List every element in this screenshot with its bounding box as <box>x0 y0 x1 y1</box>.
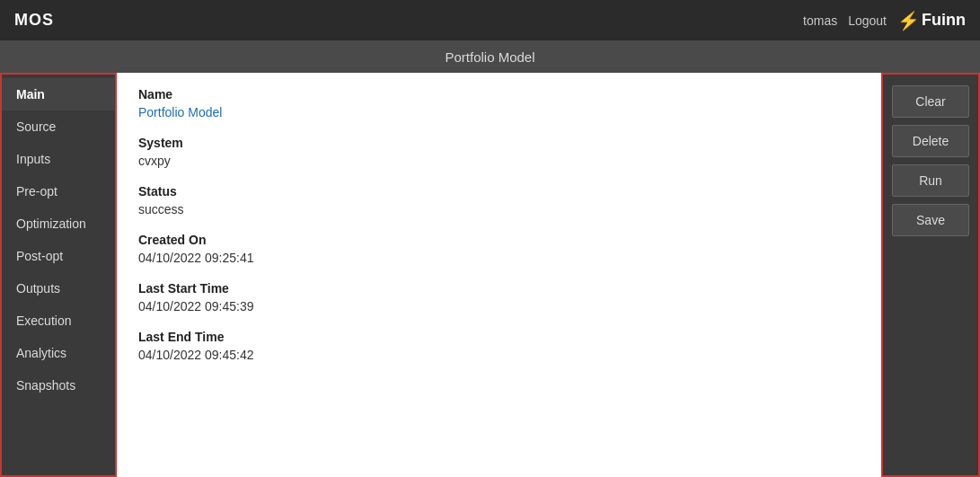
sidebar: Main Source Inputs Pre-opt Optimization … <box>0 73 117 477</box>
main-content: Main Source Inputs Pre-opt Optimization … <box>0 73 980 477</box>
save-button[interactable]: Save <box>892 204 969 236</box>
field-status-value: success <box>138 202 860 216</box>
field-system-label: System <box>138 136 860 150</box>
field-system: System cvxpy <box>138 136 860 168</box>
page-title-bar: Portfolio Model <box>0 40 980 73</box>
sidebar-item-pre-opt[interactable]: Pre-opt <box>2 175 115 208</box>
sidebar-item-source[interactable]: Source <box>2 110 115 143</box>
sidebar-item-analytics[interactable]: Analytics <box>2 337 115 369</box>
sidebar-item-inputs[interactable]: Inputs <box>2 143 115 175</box>
sidebar-item-optimization[interactable]: Optimization <box>2 208 115 240</box>
page-title: Portfolio Model <box>445 49 534 65</box>
field-last-start-time-value: 04/10/2022 09:45:39 <box>138 299 860 314</box>
clear-button[interactable]: Clear <box>892 85 969 118</box>
field-created-on-label: Created On <box>138 233 860 247</box>
logout-button[interactable]: Logout <box>848 13 887 28</box>
field-system-value: cvxpy <box>138 154 860 168</box>
sidebar-item-execution[interactable]: Execution <box>2 305 115 337</box>
sidebar-item-main[interactable]: Main <box>2 78 115 110</box>
field-last-end-time-label: Last End Time <box>138 330 860 344</box>
field-last-end-time: Last End Time 04/10/2022 09:45:42 <box>138 330 860 362</box>
navbar-right: tomas Logout ⚡ Fuinn <box>803 10 966 31</box>
delete-button[interactable]: Delete <box>892 125 969 157</box>
field-last-start-time: Last Start Time 04/10/2022 09:45:39 <box>138 281 860 314</box>
field-status-label: Status <box>138 184 860 199</box>
field-name: Name Portfolio Model <box>138 87 860 119</box>
field-last-end-time-value: 04/10/2022 09:45:42 <box>138 348 860 362</box>
sidebar-item-snapshots[interactable]: Snapshots <box>2 369 115 402</box>
action-panel: Clear Delete Run Save <box>881 73 980 477</box>
sidebar-item-post-opt[interactable]: Post-opt <box>2 240 115 272</box>
logo-text: Fuinn <box>922 11 966 30</box>
field-name-value: Portfolio Model <box>138 105 860 119</box>
field-created-on: Created On 04/10/2022 09:25:41 <box>138 233 860 265</box>
field-status: Status success <box>138 184 860 216</box>
field-last-start-time-label: Last Start Time <box>138 281 860 296</box>
brand-logo: ⚡ Fuinn <box>897 10 966 31</box>
sidebar-item-outputs[interactable]: Outputs <box>2 272 115 305</box>
run-button[interactable]: Run <box>892 164 969 197</box>
lightning-icon: ⚡ <box>897 10 920 31</box>
app-brand: MOS <box>14 11 54 30</box>
field-created-on-value: 04/10/2022 09:25:41 <box>138 251 860 265</box>
content-panel: Name Portfolio Model System cvxpy Status… <box>117 73 881 477</box>
field-name-label: Name <box>138 87 860 102</box>
navbar: MOS tomas Logout ⚡ Fuinn <box>0 0 980 40</box>
navbar-user: tomas <box>803 13 837 28</box>
